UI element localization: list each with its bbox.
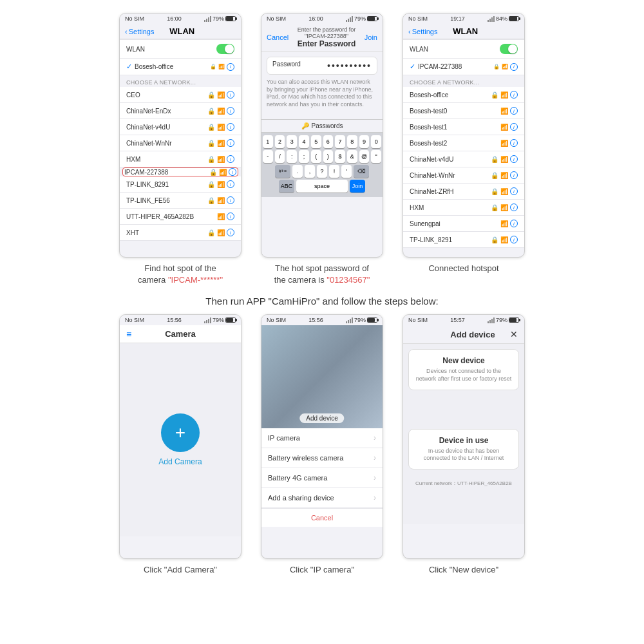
info-btn-8[interactable]: i <box>227 229 234 236</box>
network-row-5[interactable]: TP-LINK_8291 🔒 📶 i <box>120 176 241 193</box>
connected-ipcam-row[interactable]: ✓ IPCAM-227388 🔒 📶 i <box>403 59 524 75</box>
wlan-toggle-row-3[interactable]: WLAN <box>403 39 524 59</box>
info-btn-4[interactable]: i <box>227 155 234 163</box>
info-btn-5[interactable]: i <box>227 180 234 188</box>
connected-ipcam-name: IPCAM-227388 <box>418 63 462 70</box>
add-camera-label[interactable]: Add Camera <box>158 457 202 466</box>
key-period[interactable]: . <box>292 165 303 178</box>
p3-net-6[interactable]: ChinaNet-ZRfH 🔒 📶 i <box>403 184 524 200</box>
p3-net-4[interactable]: ChinaNet-v4dU 🔒 📶 i <box>403 151 524 167</box>
key-colon[interactable]: : <box>287 150 297 163</box>
info-btn-6[interactable]: i <box>227 196 234 204</box>
p3-net-2[interactable]: Bosesh-test1 📶 i <box>403 119 524 135</box>
connected-network-row[interactable]: ✓ Bosesh-office 🔒 📶 i <box>120 59 241 75</box>
key-dash[interactable]: - <box>263 150 273 163</box>
key-4[interactable]: 4 <box>299 135 309 148</box>
key-question[interactable]: ? <box>317 165 327 178</box>
p3-info-2[interactable]: i <box>510 123 518 131</box>
info-btn-7[interactable]: i <box>227 213 234 220</box>
p3-net-5[interactable]: ChinaNet-WnNr 🔒 📶 i <box>403 167 524 184</box>
key-2[interactable]: 2 <box>275 135 285 148</box>
back-button-1[interactable]: ‹ Settings <box>125 28 154 35</box>
key-0[interactable]: 0 <box>371 135 381 148</box>
info-button-connected[interactable]: i <box>227 63 234 71</box>
network-row-ipcam[interactable]: IPCAM-227388 🔒 📶 i <box>122 167 238 176</box>
p3-info-9[interactable]: i <box>510 236 518 243</box>
battery-area-2: 79% <box>346 15 377 22</box>
key-9[interactable]: 9 <box>359 135 370 148</box>
p3-info-0[interactable]: i <box>510 91 518 99</box>
key-dollar[interactable]: $ <box>335 150 345 163</box>
p3-info-1[interactable]: i <box>510 107 518 115</box>
back-button-3[interactable]: ‹ Settings <box>408 28 437 35</box>
key-rparen[interactable]: ) <box>323 150 334 163</box>
ip-camera-label-2: Battery 4G camera <box>268 474 327 482</box>
p3-info-6[interactable]: i <box>510 187 518 195</box>
p3-net-3[interactable]: Bosesh-test2 📶 i <box>403 135 524 151</box>
password-field[interactable]: Password •••••••••• <box>267 57 377 75</box>
p3-info-4[interactable]: i <box>510 155 518 163</box>
cancel-button-pwd[interactable]: Cancel <box>267 33 289 41</box>
network-row-6[interactable]: TP-LINK_FE56 🔒 📶 i <box>120 193 241 209</box>
p3-info-3[interactable]: i <box>510 139 518 147</box>
p3-info-5[interactable]: i <box>510 171 518 179</box>
wlan-toggle-switch[interactable] <box>216 44 234 54</box>
network-row-2[interactable]: ChinaNet-v4dU 🔒 📶 i <box>120 119 241 135</box>
ip-camera-row-2[interactable]: Battery 4G camera › <box>261 468 383 488</box>
wlan-toggle-switch-3[interactable] <box>500 44 518 54</box>
p3-net-7[interactable]: HXM 🔒 📶 i <box>403 200 524 216</box>
p3-net-0[interactable]: Bosesh-office 🔒 📶 i <box>403 87 524 103</box>
hamburger-icon[interactable]: ≡ <box>126 329 131 339</box>
network-row-0[interactable]: CEO 🔒 📶 i <box>120 87 241 103</box>
key-abc[interactable]: ABC <box>279 180 294 193</box>
key-8[interactable]: 8 <box>347 135 357 148</box>
battery-area-6: 79% <box>488 317 519 323</box>
key-slash[interactable]: / <box>275 150 285 163</box>
network-row-3[interactable]: ChinaNet-WnNr 🔒 📶 i <box>120 135 241 151</box>
key-hashplus[interactable]: #+= <box>275 165 290 178</box>
network-row-8[interactable]: XHT 🔒 📶 i <box>120 225 241 241</box>
key-quote[interactable]: " <box>371 150 381 163</box>
info-button-connected-3[interactable]: i <box>510 63 518 71</box>
key-apos[interactable]: ' <box>341 165 352 178</box>
info-btn-3[interactable]: i <box>227 139 234 147</box>
key-comma[interactable]: , <box>305 165 315 178</box>
key-join[interactable]: Join <box>350 180 365 193</box>
add-camera-circle[interactable]: + <box>161 413 200 452</box>
new-device-card[interactable]: New device Devices not connected to the … <box>408 349 519 390</box>
p3-info-8[interactable]: i <box>510 220 518 227</box>
info-btn-2[interactable]: i <box>227 123 234 131</box>
key-amp[interactable]: & <box>347 150 357 163</box>
keyboard[interactable]: 1 2 3 4 5 6 7 8 9 0 - / : <box>261 133 383 197</box>
ip-camera-row-0[interactable]: IP camera › <box>261 428 383 448</box>
wlan-toggle-row[interactable]: WLAN <box>120 39 241 59</box>
key-6[interactable]: 6 <box>323 135 334 148</box>
ip-camera-row-1[interactable]: Battery wireless camera › <box>261 448 383 468</box>
ip-camera-row-3[interactable]: Add a sharing device › <box>261 488 383 508</box>
key-semi[interactable]: ; <box>299 150 309 163</box>
join-button[interactable]: Join <box>365 33 377 41</box>
key-7[interactable]: 7 <box>335 135 345 148</box>
info-btn-ipcam[interactable]: i <box>229 168 236 176</box>
key-exclaim[interactable]: ! <box>329 165 339 178</box>
close-button[interactable]: ✕ <box>510 329 518 339</box>
key-3[interactable]: 3 <box>287 135 297 148</box>
key-1[interactable]: 1 <box>263 135 273 148</box>
key-lparen[interactable]: ( <box>311 150 321 163</box>
cancel-button-ipcam[interactable]: Cancel <box>261 508 383 527</box>
p3-net-1[interactable]: Bosesh-test0 📶 i <box>403 103 524 119</box>
key-space[interactable]: space <box>296 180 348 193</box>
device-in-use-card[interactable]: Device in use In-use device that has bee… <box>408 429 519 469</box>
network-row-7[interactable]: UTT-HIPER_465A282B 📶 i <box>120 209 241 225</box>
key-5[interactable]: 5 <box>311 135 321 148</box>
key-at[interactable]: @ <box>359 150 370 163</box>
p3-net-9[interactable]: TP-LINK_8291 🔒 📶 i <box>403 232 524 248</box>
info-btn-0[interactable]: i <box>227 91 234 99</box>
info-btn-1[interactable]: i <box>227 107 234 115</box>
key-backspace[interactable]: ⌫ <box>354 165 369 178</box>
network-row-4[interactable]: HXM 🔒 📶 i <box>120 151 241 167</box>
p3-net-8[interactable]: Sunengpai 📶 i <box>403 216 524 232</box>
p3-info-7[interactable]: i <box>510 204 518 211</box>
network-row-1[interactable]: ChinaNet-EnDx 🔒 📶 i <box>120 103 241 119</box>
key-icon: 🔑 <box>301 122 309 129</box>
